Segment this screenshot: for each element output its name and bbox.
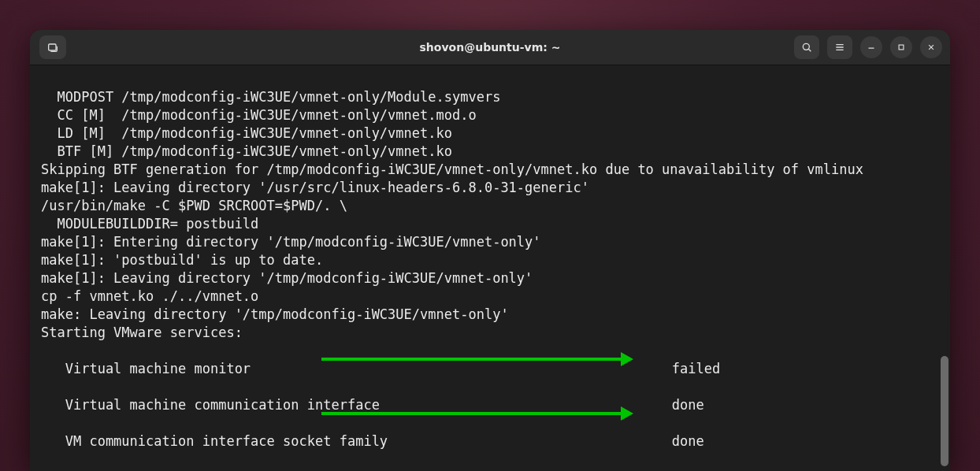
- out-line: MODULEBUILDDIR= postbuild: [41, 216, 258, 232]
- out-line: make[1]: Entering directory '/tmp/modcon…: [41, 234, 541, 250]
- out-line: cp -f vmnet.ko ./../vmnet.o: [41, 288, 258, 304]
- service-row: Virtual machine communication interfaced…: [41, 396, 939, 414]
- out-line: Starting VMware services:: [41, 325, 243, 340]
- minimize-button[interactable]: [860, 36, 882, 58]
- out-line: make: Leaving directory '/tmp/modconfig-…: [41, 306, 509, 322]
- out-line: LD [M] /tmp/modconfig-iWC3UE/vmnet-only/…: [41, 125, 452, 141]
- terminal-scrollbar[interactable]: [941, 65, 948, 468]
- terminal-window: shovon@ubuntu-vm: ~ MODPOST /tmp/modconf…: [30, 30, 950, 471]
- service-label: Virtual machine communication interface: [41, 396, 672, 414]
- output-lines: MODPOST /tmp/modconfig-iWC3UE/vmnet-only…: [41, 88, 939, 342]
- service-row: Virtual machine monitorfailed: [41, 360, 939, 378]
- out-line: /usr/bin/make -C $PWD SRCROOT=$PWD/. \: [41, 198, 347, 213]
- svg-rect-0: [49, 44, 56, 50]
- out-line: MODPOST /tmp/modconfig-iWC3UE/vmnet-only…: [41, 89, 500, 105]
- service-status: done: [672, 432, 704, 451]
- scrollbar-thumb[interactable]: [941, 356, 948, 466]
- titlebar: shovon@ubuntu-vm: ~: [30, 30, 950, 65]
- out-line: CC [M] /tmp/modconfig-iWC3UE/vmnet-only/…: [41, 107, 477, 123]
- svg-rect-7: [899, 45, 904, 50]
- out-line: make[1]: Leaving directory '/usr/src/lin…: [41, 180, 589, 195]
- out-line: make[1]: 'postbuild' is up to date.: [41, 252, 323, 268]
- new-tab-button[interactable]: [39, 35, 66, 59]
- hamburger-menu-button[interactable]: [827, 35, 852, 59]
- out-line: Skipping BTF generation for /tmp/modconf…: [41, 161, 863, 177]
- titlebar-left-controls: [30, 35, 66, 59]
- service-status: failed: [672, 360, 720, 378]
- search-button[interactable]: [794, 35, 819, 59]
- terminal-output[interactable]: MODPOST /tmp/modconfig-iWC3UE/vmnet-only…: [30, 65, 950, 471]
- titlebar-right-controls: [794, 35, 942, 59]
- out-line: make[1]: Leaving directory '/tmp/modconf…: [41, 270, 533, 286]
- service-label: VM communication interface socket family: [41, 432, 672, 451]
- close-button[interactable]: [920, 36, 942, 58]
- maximize-button[interactable]: [890, 36, 912, 58]
- out-line: BTF [M] /tmp/modconfig-iWC3UE/vmnet-only…: [41, 143, 452, 159]
- service-label: Virtual machine monitor: [41, 360, 672, 378]
- svg-line-2: [808, 49, 811, 51]
- svg-point-1: [803, 43, 809, 50]
- service-status: done: [672, 396, 704, 414]
- service-row: VM communication interface socket family…: [41, 432, 939, 451]
